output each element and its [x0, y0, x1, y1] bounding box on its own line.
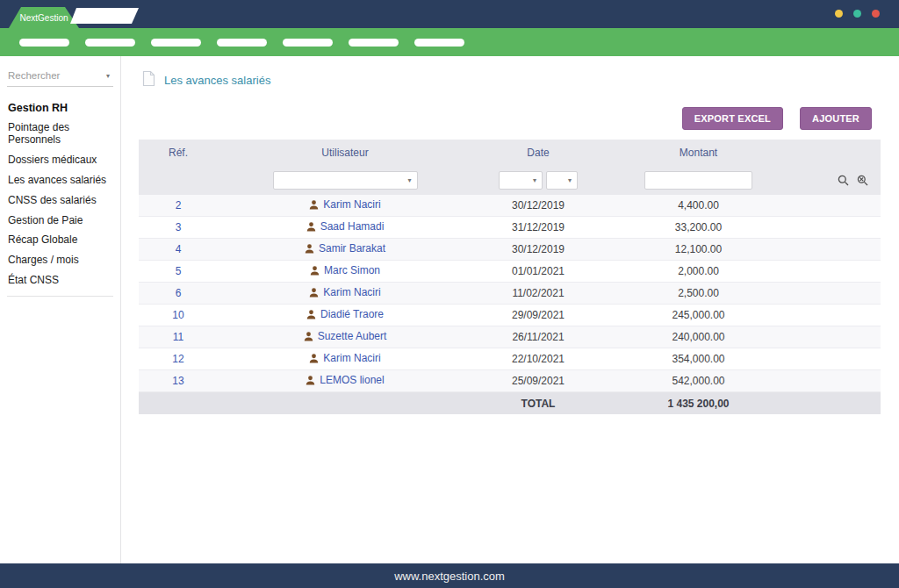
sidebar-item-avances-salaries[interactable]: Les avances salariés — [7, 170, 113, 190]
chevron-down-icon: ▾ — [533, 176, 536, 184]
table-row: 11 Suzette Aubert 26/11/2021 240,000.00 — [139, 326, 881, 348]
date-cell: 30/12/2019 — [472, 243, 604, 255]
chevron-down-icon: ▾ — [568, 176, 572, 184]
clear-search-icon[interactable] — [857, 175, 868, 186]
sidebar-item-cnss-salaries[interactable]: CNSS des salariés — [7, 190, 113, 210]
column-header-ref[interactable]: Réf. — [139, 147, 218, 159]
table-total-row: TOTAL 1 435 200,00 — [139, 392, 881, 414]
ref-link[interactable]: 5 — [176, 265, 182, 277]
window-dot-red[interactable] — [872, 10, 880, 18]
sidebar-item-gestion-paie[interactable]: Gestion de Paie — [7, 210, 113, 230]
sidebar-item-etat-cnss[interactable]: État CNSS — [7, 269, 113, 290]
table-column-labels: Réf. Utilisateur Date Montant — [139, 140, 881, 166]
chevron-down-icon: ▾ — [407, 176, 411, 184]
date-filter-select-2[interactable]: ▾ — [546, 171, 578, 190]
table-row: 13 LEMOS lionel 25/09/2021 542,000.00 — [139, 370, 881, 392]
user-icon — [306, 376, 315, 385]
ref-link[interactable]: 4 — [176, 243, 182, 255]
sidebar-item-pointage[interactable]: Pointage des Personnels — [7, 118, 113, 150]
amount-cell: 12,100.00 — [604, 243, 793, 255]
advances-table: Réf. Utilisateur Date Montant ▾ — [139, 140, 881, 414]
sidebar-search-select[interactable]: Rechercher ▾ — [7, 68, 113, 87]
user-name: LEMOS lionel — [320, 374, 384, 386]
user-filter-select[interactable]: ▾ — [273, 171, 418, 190]
date-cell: 29/09/2021 — [472, 309, 604, 321]
nav-pill-7[interactable] — [414, 39, 464, 47]
user-link[interactable]: Samir Barakat — [305, 242, 385, 255]
sidebar-search-placeholder: Rechercher — [8, 70, 60, 81]
sidebar-divider — [7, 296, 113, 297]
total-value: 1 435 200,00 — [604, 398, 793, 410]
nav-pill-3[interactable] — [151, 39, 201, 47]
sidebar-section-title: Gestion RH — [8, 102, 113, 114]
amount-cell: 4,400.00 — [604, 199, 793, 212]
page-header: Les avances salariés — [121, 56, 899, 90]
table-row: 3 Saad Hamadi 31/12/2019 33,200.00 — [139, 217, 881, 239]
table-row: 2 Karim Naciri 30/12/2019 4,400.00 — [139, 195, 881, 217]
column-header-date[interactable]: Date — [472, 147, 604, 159]
table-row: 12 Karim Naciri 22/10/2021 354,000.00 — [139, 348, 881, 370]
footer-url: www.nextgestion.com — [394, 570, 505, 583]
user-icon — [304, 332, 313, 341]
table-row: 6 Karim Naciri 11/02/2021 2,500.00 — [139, 283, 881, 305]
user-link[interactable]: Marc Simon — [310, 264, 380, 276]
amount-cell: 245,000.00 — [604, 309, 793, 321]
sidebar-item-charges-mois[interactable]: Charges / mois — [7, 250, 113, 270]
app-window: NextGestion Rechercher ▾ Gestion RH Poin… — [0, 0, 899, 588]
column-header-montant[interactable]: Montant — [604, 147, 793, 159]
table-row: 5 Marc Simon 01/01/2021 2,000.00 — [139, 261, 881, 283]
user-link[interactable]: Karim Naciri — [309, 286, 380, 298]
user-icon — [305, 244, 314, 254]
user-name: Karim Naciri — [323, 352, 380, 364]
user-icon — [309, 288, 319, 298]
ref-link[interactable]: 11 — [173, 331, 183, 343]
user-link[interactable]: Diadié Traore — [306, 308, 384, 320]
user-name: Marc Simon — [324, 264, 380, 276]
date-filter-select-1[interactable]: ▾ — [499, 171, 543, 190]
user-link[interactable]: Karim Naciri — [309, 198, 380, 211]
sidebar-menu: Pointage des Personnels Dossiers médicau… — [7, 118, 113, 290]
ajouter-button[interactable]: AJOUTER — [800, 107, 872, 130]
ref-link[interactable]: 13 — [172, 375, 183, 387]
main-area: Rechercher ▾ Gestion RH Pointage des Per… — [0, 56, 899, 563]
date-cell: 25/09/2021 — [472, 375, 604, 387]
nav-pill-5[interactable] — [283, 39, 333, 47]
user-link[interactable]: Karim Naciri — [309, 352, 380, 364]
nav-pill-2[interactable] — [85, 39, 135, 47]
user-link[interactable]: Suzette Aubert — [304, 330, 387, 342]
user-link[interactable]: Saad Hamadi — [306, 220, 385, 233]
ref-link[interactable]: 10 — [172, 309, 183, 321]
ref-link[interactable]: 3 — [176, 221, 182, 233]
user-icon — [309, 354, 319, 363]
user-name: Karim Naciri — [323, 198, 380, 211]
amount-cell: 2,000.00 — [604, 265, 793, 277]
sidebar-item-recap-globale[interactable]: Récap Globale — [7, 230, 113, 250]
table-filter-row: ▾ ▾ ▾ — [139, 166, 881, 195]
total-label: TOTAL — [472, 398, 604, 410]
nav-pill-6[interactable] — [349, 39, 399, 47]
amount-cell: 240,000.00 — [604, 331, 793, 343]
nav-pill-1[interactable] — [19, 39, 69, 47]
user-link[interactable]: LEMOS lionel — [306, 374, 384, 386]
table-header: Réf. Utilisateur Date Montant ▾ — [139, 140, 881, 195]
ref-link[interactable]: 2 — [176, 199, 182, 212]
search-icon[interactable] — [838, 175, 849, 186]
column-header-utilisateur[interactable]: Utilisateur — [218, 147, 472, 159]
nav-pill-4[interactable] — [217, 39, 267, 47]
user-name: Saad Hamadi — [320, 220, 385, 233]
amount-filter-input[interactable] — [644, 171, 752, 190]
brand-tab[interactable]: NextGestion — [9, 7, 79, 28]
export-excel-button[interactable]: EXPORT EXCEL — [682, 107, 783, 130]
window-dot-yellow[interactable] — [835, 10, 843, 18]
sidebar-item-dossiers-medicaux[interactable]: Dossiers médicaux — [7, 150, 113, 170]
ref-link[interactable]: 6 — [176, 287, 182, 299]
date-cell: 31/12/2019 — [472, 221, 604, 233]
date-cell: 01/01/2021 — [472, 265, 604, 277]
window-dot-teal[interactable] — [853, 10, 861, 18]
user-name: Karim Naciri — [323, 286, 380, 298]
sidebar: Rechercher ▾ Gestion RH Pointage des Per… — [0, 56, 121, 563]
date-cell: 11/02/2021 — [472, 287, 604, 299]
ref-link[interactable]: 12 — [172, 353, 183, 365]
toolbar: EXPORT EXCEL AJOUTER — [121, 90, 899, 138]
table-row: 10 Diadié Traore 29/09/2021 245,000.00 — [139, 305, 881, 326]
